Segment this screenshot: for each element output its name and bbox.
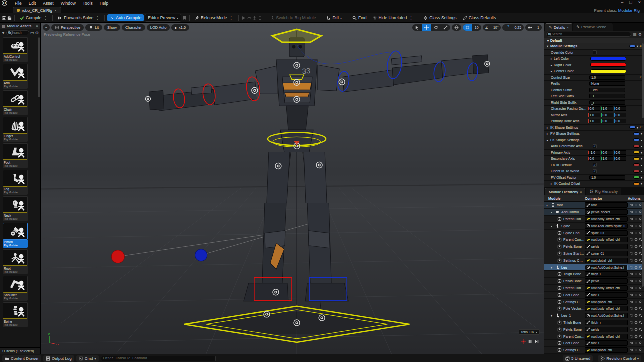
hierarchy-row[interactable]: ▾ Thigh Bone <box>544 271 644 278</box>
connector-field[interactable]: root.AddControl.spine_0 <box>585 223 628 229</box>
locate-target-icon[interactable] <box>634 272 638 276</box>
reset-connector-icon[interactable] <box>630 210 634 214</box>
tab-module-hierarchy[interactable]: Module Hierarchy × <box>546 188 586 195</box>
maximize-button[interactable]: □ <box>630 0 632 5</box>
hierarchy-row[interactable]: ▾ Parent Control <box>544 285 644 292</box>
override-pill[interactable] <box>634 163 640 166</box>
hide-unrelated-button[interactable]: Hide Unrelated⋮ <box>370 14 416 21</box>
locate-target-icon[interactable] <box>634 224 638 228</box>
reset-to-default-icon[interactable]: ↩ <box>640 125 642 129</box>
locate-target-icon[interactable] <box>634 245 638 248</box>
compile-button[interactable]: Compile⋮ <box>18 14 50 21</box>
value-field[interactable]: _r <box>590 100 626 105</box>
hierarchy-row[interactable]: ▾ Settings Control <box>544 257 644 264</box>
detail-property-row[interactable]: ▸ ▾ Module Settings ✓ <box>544 43 644 50</box>
locate-target-icon[interactable] <box>634 252 638 255</box>
override-pill[interactable] <box>630 45 636 48</box>
tab-rig-hierarchy[interactable]: ⛓ Rig Hierarchy <box>586 188 621 195</box>
connector-field[interactable]: thigh_l <box>585 271 628 277</box>
reset-connector-icon[interactable] <box>630 217 634 221</box>
expander-icon[interactable]: ▾ <box>551 224 554 228</box>
display-options-icon[interactable]: ▦ <box>633 32 637 37</box>
hierarchy-row[interactable]: ▾ Pelvis Bone <box>544 243 644 250</box>
grid-snap-value[interactable]: 10 <box>472 24 482 31</box>
detail-property-row[interactable]: ▸ ▾ Primary Axis ✓ -1.00.00.0 <box>544 150 644 156</box>
release-mode-button[interactable]: ReleaseMode⋮ <box>192 14 236 21</box>
reset-connector-icon[interactable] <box>630 321 634 324</box>
connector-field[interactable]: spine_01 <box>585 251 628 256</box>
reset-connector-icon[interactable] <box>630 238 634 241</box>
search-connector-icon[interactable] <box>639 321 642 324</box>
close-tab-icon[interactable]: × <box>580 190 582 194</box>
menu-item[interactable]: File <box>12 1 26 6</box>
scale-tool-button[interactable] <box>441 24 450 31</box>
detail-property-row[interactable]: ▸ ▾ Primary Bone Axis ✓ 1.00.00.0 <box>544 118 644 125</box>
console-command-input[interactable]: Enter Console Command <box>101 356 216 361</box>
module-asset-item[interactable]: Root Rig Module <box>3 249 31 274</box>
search-connector-icon[interactable] <box>639 293 642 297</box>
rotation-snap-value[interactable]: 10° <box>491 24 502 31</box>
checkbox[interactable]: ✓ <box>593 50 597 54</box>
close-tab-icon[interactable]: × <box>54 8 57 13</box>
details-search-input[interactable]: 🔍 Search <box>546 32 632 37</box>
vector-field[interactable]: -1.00.00.0 <box>588 150 626 155</box>
chevron-down-icon[interactable]: ▾ <box>637 44 638 48</box>
camera-speed-icon[interactable] <box>526 24 535 31</box>
override-pill[interactable] <box>630 126 636 129</box>
3d-viewport[interactable]: 33 <box>41 23 544 354</box>
step-out-icon[interactable] <box>258 16 262 20</box>
connector-field[interactable]: root.body_offset_ctrl <box>585 285 628 291</box>
value-field[interactable]: 1.0 <box>590 175 626 180</box>
lit-dropdown[interactable]: Lit <box>86 24 102 31</box>
move-tool-button[interactable] <box>422 24 432 31</box>
detail-property-row[interactable]: ▸ ▾ Center Color ✓ <box>544 68 644 75</box>
class-defaults-button[interactable]: Class Defaults <box>460 14 499 21</box>
reset-connector-icon[interactable] <box>630 300 634 304</box>
reset-connector-icon[interactable] <box>630 231 634 235</box>
reset-connector-icon[interactable] <box>630 341 634 345</box>
connector-field[interactable]: root.body_offset_ctrl <box>585 237 628 242</box>
connector-field[interactable]: root.AddControl.Spine.t <box>585 265 628 270</box>
connector-field[interactable]: root <box>585 202 628 208</box>
locate-target-icon[interactable] <box>634 348 638 352</box>
editor-preview-dropdown[interactable]: Editor Preview▾ <box>145 14 182 22</box>
detail-property-row[interactable]: ▸ ▾ Prefix ✓ None <box>544 81 644 87</box>
locate-target-icon[interactable] <box>634 210 638 214</box>
module-asset-item[interactable]: Arm Rig Module <box>3 64 31 89</box>
switch-to-rig-module-button[interactable]: Switch to Rig Module <box>268 14 319 21</box>
connector-field[interactable]: root.body_offset_ctrl <box>585 216 628 222</box>
module-asset-item[interactable]: Neck Rig Module <box>3 196 31 221</box>
chevron-down-icon[interactable]: ▾ <box>641 169 642 173</box>
hierarchy-scrollbar[interactable] <box>642 202 644 287</box>
rotation-snap-toggle[interactable]: ∠ <box>483 24 491 31</box>
close-panel-icon[interactable]: × <box>36 24 38 28</box>
detail-property-row[interactable]: ▸ ▾ Left Color ✓ <box>544 56 644 62</box>
bookmark-icon[interactable] <box>182 16 187 20</box>
record-button[interactable] <box>522 339 526 344</box>
tab-preview-scene[interactable]: ✎ Preview Scene... <box>573 23 613 31</box>
connector-field[interactable]: root.body_offset_ctrl <box>585 334 628 339</box>
class-settings-button[interactable]: Class Settings <box>421 14 459 21</box>
connector-field[interactable]: foot_l <box>585 292 628 298</box>
module-asset-item[interactable]: AddControl Rig Module <box>3 37 31 62</box>
module-asset-item[interactable]: Spine Rig Module <box>3 302 31 327</box>
diff-dropdown[interactable]: Diff▾ <box>324 14 344 21</box>
color-swatch[interactable] <box>590 57 626 61</box>
checkbox[interactable]: ✓ <box>593 144 597 148</box>
detail-property-row[interactable]: ▸ ▾ Left Side Suffix ✓ _l <box>544 93 644 100</box>
detail-property-row[interactable]: ▸ ▾ FK IK Default ✓ <box>544 162 644 169</box>
character-dropdown[interactable]: Character <box>122 24 146 31</box>
detail-property-row[interactable]: ▸ ▾ Right Side Suffix ✓ _r <box>544 100 644 106</box>
preview-mesh-selector[interactable]: robo_CR▾ <box>519 329 540 335</box>
forwards-solve-button[interactable]: Forwards Solve⋮ <box>56 14 102 21</box>
close-tab-icon[interactable]: × <box>567 25 570 30</box>
override-pill[interactable] <box>634 138 640 141</box>
playback-speed-pill[interactable]: ▶x1.0 <box>172 24 190 31</box>
hierarchy-row[interactable]: ▾ Thigh Bone <box>544 319 644 326</box>
connector-field[interactable]: pelvis <box>585 327 628 332</box>
hierarchy-row[interactable]: ▾ Leg <box>544 264 644 271</box>
reset-connector-icon[interactable] <box>630 348 634 352</box>
detail-property-row[interactable]: ▸ ▾ Auto Determine Axis ✓ <box>544 143 644 150</box>
checkbox[interactable]: ✓ <box>593 163 597 167</box>
filter-icon[interactable]: ▼ <box>2 31 6 35</box>
